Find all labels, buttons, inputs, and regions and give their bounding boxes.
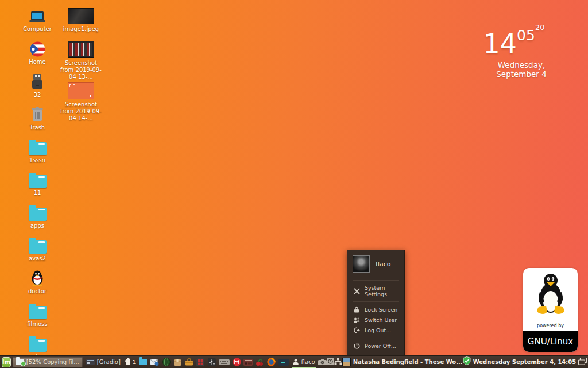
- menu-item-label: Switch User: [365, 317, 397, 323]
- menu-separator: [353, 280, 399, 281]
- folder-icon: [29, 335, 47, 352]
- desktop-icon-image1[interactable]: image1.jpeg: [59, 7, 103, 39]
- menu-item-power-off[interactable]: Power Off...: [353, 340, 399, 351]
- window-title: [52% Copying fil...: [26, 359, 79, 365]
- mail-icon[interactable]: [150, 357, 160, 367]
- desktop-icon-11[interactable]: 11: [16, 171, 59, 203]
- computer-laptop-icon: [28, 7, 47, 24]
- folder-icon: [29, 138, 47, 155]
- mixer-icon[interactable]: [207, 357, 217, 367]
- clock-time: 140520: [475, 23, 552, 59]
- menu-item-system-settings[interactable]: System Settings: [353, 283, 399, 299]
- desktop-icon-avas2[interactable]: avas2: [16, 236, 59, 269]
- clock-hour: 14: [483, 28, 517, 59]
- desktop-icon-doctor[interactable]: doctor: [16, 269, 59, 301]
- user-menu-header[interactable]: flaco: [353, 255, 399, 273]
- user-person-icon: [292, 358, 299, 366]
- screenshot-grid-thumbnail: [68, 40, 94, 58]
- user-menu-username: flaco: [376, 260, 390, 268]
- shield-check-icon[interactable]: [463, 356, 471, 367]
- folder-icon: [29, 171, 47, 188]
- briefcase-icon[interactable]: [184, 357, 194, 367]
- package-icon[interactable]: [173, 357, 183, 367]
- camera-icon[interactable]: [318, 356, 327, 367]
- cherry-icon[interactable]: [255, 357, 265, 367]
- timer-icon[interactable]: [327, 356, 334, 367]
- trash-icon: [30, 105, 44, 122]
- desktop-icon-usb-32[interactable]: 32: [16, 72, 59, 105]
- menu-item-label: Lock Screen: [365, 306, 397, 313]
- desktop-icon-apps[interactable]: apps: [16, 204, 59, 236]
- notifications-hand-icon: [124, 358, 131, 366]
- user-applet-label: flaco: [301, 359, 315, 365]
- keyboard-icon[interactable]: [219, 357, 230, 367]
- clock-date: Wednesday, September 4: [475, 60, 567, 79]
- now-playing-applet[interactable]: Natasha Bedingfield - These Wo...: [342, 358, 463, 366]
- photo-thumbnail: [68, 7, 94, 24]
- user-avatar[interactable]: [353, 255, 370, 273]
- copy-folder-icon: [16, 359, 24, 365]
- files-folder-icon[interactable]: [138, 357, 148, 367]
- folder-icon: [29, 204, 47, 221]
- media-badge-icon[interactable]: [278, 357, 289, 367]
- clock-minutes: 05: [517, 27, 535, 44]
- window-button-copying[interactable]: [52% Copying fil...: [13, 357, 83, 367]
- system-tray: [138, 357, 289, 367]
- firefox-icon[interactable]: [266, 357, 276, 367]
- radio-icon: [86, 359, 95, 365]
- taskbar-datetime[interactable]: Wednesday September 4, 14:05: [473, 359, 577, 365]
- album-art-thumbnail: [342, 358, 351, 366]
- menu-item-log-out[interactable]: Log Out...: [353, 325, 399, 335]
- menu-item-label: Power Off...: [365, 343, 396, 349]
- now-playing-title: Natasha Bedingfield - These Wo...: [353, 359, 463, 365]
- screenshot-orange-thumbnail: [68, 81, 94, 99]
- tux-penguin-icon: [533, 271, 568, 322]
- qq-penguin-icon: [30, 269, 45, 286]
- network-icon[interactable]: [334, 356, 342, 367]
- user-menu-popup: flaco System Settings Lock Screen Switch…: [347, 250, 405, 355]
- powered-by-label: powered by: [537, 323, 564, 328]
- folder-icon: [29, 236, 47, 254]
- clock-seconds: 20: [535, 23, 545, 32]
- usb-drive-icon: [31, 72, 44, 90]
- power-icon: [353, 342, 360, 349]
- switch-user-icon: [353, 316, 360, 323]
- web-globe-icon[interactable]: [161, 357, 171, 367]
- menu-item-label: Log Out...: [365, 327, 391, 334]
- menu-separator: [353, 301, 399, 302]
- user-applet[interactable]: flaco: [289, 356, 318, 368]
- log-out-icon: [353, 327, 360, 334]
- desktop-icon-screenshot-13[interactable]: Screenshot from 2019-09-04 13-...: [59, 40, 103, 80]
- desktop-icon-column-2: image1.jpeg Screenshot from 2019-09-04 1…: [59, 7, 103, 122]
- menu-item-lock-screen[interactable]: Lock Screen: [353, 304, 399, 315]
- red-grid-app-icon[interactable]: [196, 357, 206, 367]
- gnu-linux-badge: powered by GNU/Linux: [523, 268, 578, 352]
- window-title: [Gradio]: [97, 359, 121, 365]
- folder-icon: [29, 302, 47, 319]
- desktop-icon-column-1: Computer Home 32 Trash 1sssn 11: [16, 7, 59, 367]
- menu-separator: [353, 338, 399, 338]
- mega-icon[interactable]: [232, 357, 242, 367]
- settings-tools-icon: [353, 288, 360, 294]
- window-button-gradio[interactable]: [Gradio]: [83, 357, 124, 367]
- desktop-wallpaper: Computer Home 32 Trash 1sssn 11: [0, 0, 588, 368]
- lock-icon: [353, 306, 360, 313]
- desktop-icon-computer[interactable]: Computer: [16, 7, 59, 39]
- radio-app-icon[interactable]: [243, 357, 253, 367]
- desktop-icon-screenshot-14[interactable]: Screenshot from 2019-09-04 14-...: [59, 81, 103, 122]
- desktop-icon-trash[interactable]: Trash: [16, 105, 59, 137]
- gnu-linux-label: GNU/Linux: [523, 331, 578, 352]
- notification-count: 1: [133, 359, 136, 365]
- desktop-icon-1sssn[interactable]: 1sssn: [16, 138, 59, 170]
- taskbar: lm [52% Copying fil... [Gradio] 1: [0, 355, 588, 368]
- clock-desklet: 140520 Wednesday, September 4: [475, 23, 567, 79]
- window-list-icon[interactable]: [578, 356, 587, 367]
- menu-item-switch-user[interactable]: Switch User: [353, 315, 399, 325]
- mint-menu-button[interactable]: lm: [2, 357, 11, 367]
- desktop-icon-filmoss[interactable]: filmoss: [16, 302, 59, 334]
- puerto-rico-flag-icon: [30, 40, 45, 57]
- notifications-applet[interactable]: 1: [124, 358, 136, 366]
- desktop-icon-home[interactable]: Home: [16, 40, 59, 72]
- menu-item-label: System Settings: [365, 285, 399, 297]
